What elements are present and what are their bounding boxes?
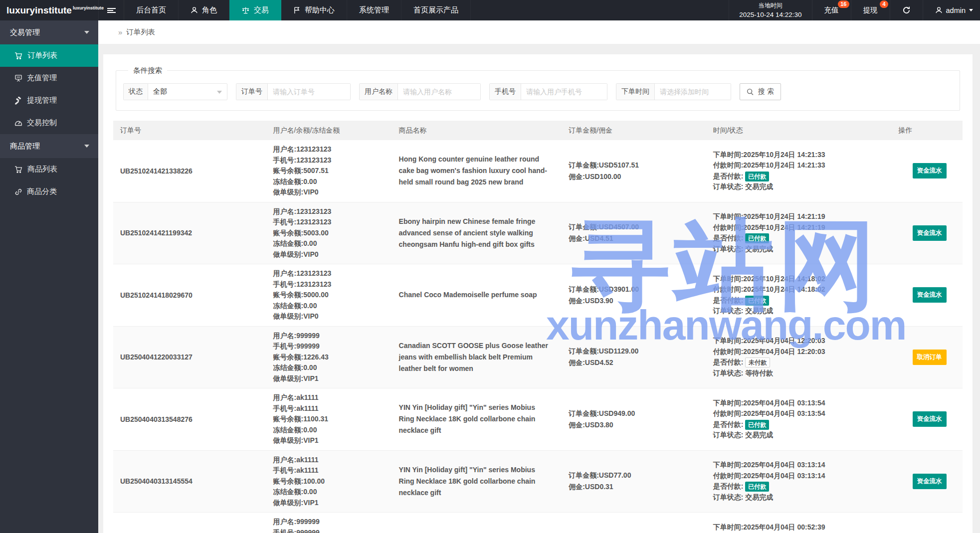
flag-icon [293, 6, 301, 14]
order-no: UB2504040313548276 [113, 388, 266, 451]
user-name-line: 用户名:999999 [273, 331, 392, 342]
product-name: Ebony hairpin new Chinese female fringe … [392, 202, 562, 264]
col-header-actions: 操作 [896, 121, 963, 140]
nav-item-system[interactable]: 系统管理 [347, 0, 401, 20]
nav-label: 首页展示产品 [413, 5, 458, 15]
product-name: YIN Yin [Holiday gift] "Yin" series Mobi… [392, 450, 562, 513]
user-level-line: 做单级别:VIP0 [273, 187, 392, 198]
sidebar-item-product-list[interactable]: 商品列表 [0, 158, 98, 180]
phone-label: 手机号 [490, 84, 521, 100]
user-level-line: 做单级别:VIP1 [273, 373, 392, 384]
table-row: UB2510241421338226 用户名:123123123 手机号:123… [113, 140, 963, 202]
username-input[interactable] [398, 84, 480, 100]
sidebar-group-product-management[interactable]: 商品管理 [0, 134, 98, 158]
user-phone-line: 手机号:ak1111 [273, 465, 392, 476]
breadcrumb-arrow: » [118, 28, 122, 36]
breadcrumb: » 订单列表 [98, 20, 980, 44]
sidebar-item-withdraw-management[interactable]: 提现管理 [0, 89, 98, 112]
col-header-order-no: 订单号 [113, 121, 266, 140]
user-level-line: 做单级别:VIP0 [273, 311, 392, 322]
user-balance-line: 账号余额:1100.31 [273, 414, 392, 425]
commission-line: 佣金:USD4.52 [569, 357, 706, 368]
sidebar-item-label: 商品分类 [27, 187, 57, 196]
nav-item-trade[interactable]: 交易 [229, 0, 281, 20]
sidebar-item-order-list[interactable]: 订单列表 [0, 44, 98, 67]
status-select[interactable]: 全部 [148, 84, 227, 100]
paid-badge: 已付款 [745, 172, 769, 181]
col-header-time-status: 时间/状态 [706, 121, 896, 140]
nav-item-home-products[interactable]: 首页展示产品 [401, 0, 471, 20]
user-info-cell: 用户名:123123123 手机号:123123123 账号余额:5003.00… [266, 202, 392, 264]
paid-label: 是否付款: [713, 295, 744, 306]
paid-badge: 已付款 [745, 420, 769, 430]
user-info-cell: 用户名:ak1111 手机号:ak1111 账号余额:1100.31 冻结金额:… [266, 388, 392, 451]
topbar: luxuryinstitute luxuryinstitute 后台首页 角色 … [0, 0, 980, 20]
order-no: UB2510241421338226 [113, 140, 266, 202]
sidebar-item-trade-control[interactable]: 交易控制 [0, 112, 98, 134]
order-amount-line: 订单金额:USD1129.00 [569, 346, 706, 357]
col-header-amount: 订单金额/佣金 [562, 121, 706, 140]
user-name-line: 用户名:123123123 [273, 268, 392, 279]
user-name-line: 用户名:ak1111 [273, 455, 392, 466]
order-time-line: 下单时间:2025年04月04日 03:13:14 [713, 460, 896, 471]
paid-label: 是否付款: [713, 481, 744, 492]
order-time-input[interactable] [655, 84, 731, 100]
action-button[interactable]: 资金流水 [913, 411, 947, 427]
sidebar-item-recharge-management[interactable]: 充值管理 [0, 67, 98, 89]
amount-cell: 订单金额:USD4507.00 佣金:USD4.51 [562, 202, 706, 264]
user-name-line: 用户名:123123123 [273, 206, 392, 217]
search-button[interactable]: 搜 索 [740, 83, 781, 100]
order-no-filter-group: 订单号 [236, 83, 351, 100]
action-button[interactable]: 取消订单 [913, 350, 947, 365]
table-row: UB2510241421199342 用户名:123123123 手机号:123… [113, 202, 963, 264]
pay-time-line: 付款时间:2025年10月24日 14:21:19 [713, 222, 896, 233]
user-level-line: 做单级别:VIP1 [273, 498, 392, 509]
order-amount-line: 订单金额:USD5107.51 [569, 160, 706, 171]
nav-item-roles[interactable]: 角色 [179, 0, 229, 20]
user-frozen-line: 冻结金额:0.00 [273, 487, 392, 498]
withdraw-button[interactable]: 提现 4 [851, 0, 890, 20]
nav-item-dashboard[interactable]: 后台首页 [124, 0, 179, 20]
order-amount-line: 订单金额:USD949.00 [569, 408, 706, 419]
pay-time-line: 付款时间:2025年04月04日 12:20:03 [713, 347, 896, 357]
order-time-line: 下单时间:2025年04月04日 12:20:03 [713, 336, 896, 347]
topbar-right: 当地时间 2025-10-24 14:22:30 充值 16 提现 4 admi… [729, 0, 980, 20]
phone-input[interactable] [521, 84, 607, 100]
user-phone-line: 手机号:123123123 [273, 217, 392, 228]
pay-time-line: 付款时间:2025年04月04日 03:13:54 [713, 408, 896, 419]
amount-cell: 订单金额:USD949.00 佣金:USD3.80 [562, 388, 706, 451]
paid-badge: 已付款 [745, 482, 769, 492]
chevron-down-icon [84, 31, 89, 36]
sidebar-group-trade-management[interactable]: 交易管理 [0, 20, 98, 44]
hamburger-menu-icon[interactable] [98, 0, 124, 20]
sidebar-item-product-category[interactable]: 商品分类 [0, 180, 98, 203]
amount-cell: 订单金额:USD77.00 佣金:USD0.31 [562, 450, 706, 513]
search-button-label: 搜 索 [758, 87, 774, 96]
action-button[interactable]: 资金流水 [913, 225, 947, 241]
amount-cell: 订单金额:USD3901.00 佣金:USD3.90 [562, 264, 706, 327]
search-icon [747, 88, 754, 96]
amount-cell: 订单金额:USD1027.00 佣金:USD4.11 [562, 513, 706, 533]
paid-label: 是否付款: [713, 233, 744, 244]
refresh-button[interactable] [890, 0, 923, 20]
status-line: 订单状态: 交易完成 [713, 306, 896, 317]
status-label: 状态 [124, 84, 148, 100]
status-line: 订单状态: 等待付款 [713, 368, 896, 379]
status-line: 订单状态: 交易完成 [713, 181, 896, 192]
logo-text: luxuryinstitute [6, 5, 72, 16]
order-no-input[interactable] [268, 84, 350, 100]
status-line: 订单状态: 交易完成 [713, 492, 896, 503]
recharge-button[interactable]: 充值 16 [812, 0, 851, 20]
sidebar-item-label: 交易控制 [27, 118, 57, 128]
admin-menu[interactable]: admin [923, 0, 980, 20]
action-button[interactable]: 资金流水 [913, 287, 947, 303]
action-button[interactable]: 资金流水 [913, 163, 947, 178]
nav-label: 角色 [202, 5, 217, 15]
user-frozen-line: 冻结金额:0.00 [273, 238, 392, 249]
user-frozen-line: 冻结金额:0.00 [273, 362, 392, 373]
time-status-cell: 下单时间:2025年04月04日 03:13:54 付款时间:2025年04月0… [706, 388, 896, 451]
product-name: Hong Kong counter genuine leather round … [392, 140, 562, 202]
action-button[interactable]: 资金流水 [913, 474, 947, 489]
pay-time-line: 付款时间:2025年10月24日 14:21:33 [713, 160, 896, 171]
nav-item-help-center[interactable]: 帮助中心 [281, 0, 347, 20]
